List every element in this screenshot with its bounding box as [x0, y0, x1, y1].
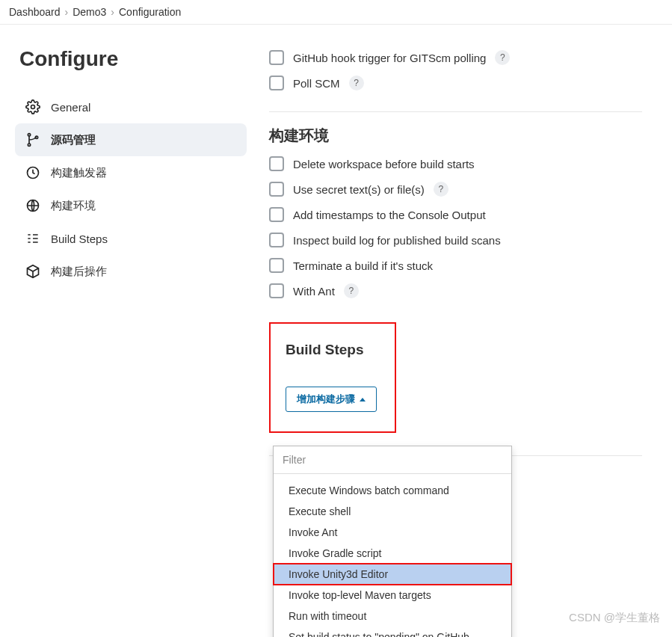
help-icon[interactable]: ?	[495, 50, 510, 65]
divider	[269, 111, 642, 112]
checkbox-label: Poll SCM	[293, 77, 340, 90]
sidebar-item-environment[interactable]: 构建环境	[15, 189, 247, 222]
checkbox[interactable]	[269, 233, 284, 247]
build-steps-highlight-box: Build Steps 增加构建步骤	[269, 322, 396, 433]
sidebar-item-label: 构建环境	[51, 199, 96, 213]
breadcrumb-item[interactable]: Demo3	[73, 6, 106, 18]
checkbox[interactable]	[269, 207, 284, 222]
checkbox[interactable]	[269, 283, 284, 298]
checkbox-label: Terminate a build if it's stuck	[293, 259, 433, 272]
sidebar-item-build-steps[interactable]: Build Steps	[15, 222, 247, 255]
sidebar-item-label: 构建后操作	[51, 265, 107, 279]
page-title: Configure	[19, 47, 247, 71]
branch-icon	[25, 132, 40, 147]
section-title-build-steps: Build Steps	[286, 342, 380, 358]
filter-input[interactable]	[274, 446, 511, 474]
add-build-step-label: 增加构建步骤	[297, 393, 355, 406]
sidebar-item-label: 源码管理	[51, 133, 96, 147]
env-row: Inspect build log for published build sc…	[269, 233, 642, 247]
package-icon	[25, 264, 40, 279]
breadcrumb: Dashboard › Demo3 › Configuration	[0, 0, 672, 25]
env-row: Add timestamps to the Console Output	[269, 207, 642, 222]
checkbox[interactable]	[269, 50, 284, 65]
add-build-step-dropdown: Execute Windows batch command Execute sh…	[273, 446, 512, 499]
checkbox-label: With Ant	[293, 285, 335, 298]
sidebar-item-label: 构建触发器	[51, 166, 107, 180]
add-build-step-button[interactable]: 增加构建步骤	[286, 387, 377, 412]
trigger-row: GitHub hook trigger for GITScm polling ?	[269, 50, 642, 65]
chevron-right-icon: ›	[111, 6, 114, 18]
svg-point-2	[28, 144, 30, 146]
checkbox-label: Inspect build log for published build sc…	[293, 234, 501, 247]
globe-icon	[25, 198, 40, 213]
env-row: Use secret text(s) or file(s) ?	[269, 182, 642, 197]
steps-icon	[25, 231, 40, 246]
checkbox-label: Delete workspace before build starts	[293, 158, 475, 170]
sidebar-item-label: Build Steps	[51, 233, 108, 245]
sidebar-item-general[interactable]: General	[15, 90, 247, 123]
gear-icon	[25, 99, 40, 114]
checkbox[interactable]	[269, 258, 284, 273]
help-icon[interactable]: ?	[434, 182, 448, 197]
env-row: With Ant ?	[269, 283, 642, 298]
checkbox[interactable]	[269, 156, 284, 171]
dropdown-item[interactable]: Execute Windows batch command	[274, 480, 511, 499]
checkbox-label: Add timestamps to the Console Output	[293, 209, 486, 221]
svg-point-0	[31, 105, 35, 109]
trigger-row: Poll SCM ?	[269, 76, 642, 90]
breadcrumb-item[interactable]: Configuration	[119, 6, 181, 18]
chevron-right-icon: ›	[65, 6, 69, 18]
env-row: Delete workspace before build starts	[269, 156, 642, 171]
section-title-build-env: 构建环境	[269, 126, 642, 146]
sidebar-item-triggers[interactable]: 构建触发器	[15, 156, 247, 189]
dropdown-list: Execute Windows batch command Execute sh…	[274, 474, 511, 499]
checkbox[interactable]	[269, 182, 284, 197]
checkbox[interactable]	[269, 76, 284, 90]
breadcrumb-item[interactable]: Dashboard	[9, 6, 61, 18]
clock-icon	[25, 165, 40, 180]
sidebar-item-label: General	[51, 101, 90, 114]
sidebar-item-scm[interactable]: 源码管理	[15, 123, 247, 156]
help-icon[interactable]: ?	[349, 76, 364, 90]
help-icon[interactable]: ?	[344, 283, 359, 298]
sidebar: Configure General 源码管理 构建触发器 构建环境	[0, 25, 254, 499]
sidebar-item-post-build[interactable]: 构建后操作	[15, 255, 247, 288]
main-content: GitHub hook trigger for GITScm polling ?…	[254, 25, 672, 499]
checkbox-label: GitHub hook trigger for GITScm polling	[293, 52, 486, 64]
checkbox-label: Use secret text(s) or file(s)	[293, 183, 425, 196]
env-row: Terminate a build if it's stuck	[269, 258, 642, 273]
svg-point-1	[28, 134, 30, 136]
caret-up-icon	[360, 398, 366, 401]
